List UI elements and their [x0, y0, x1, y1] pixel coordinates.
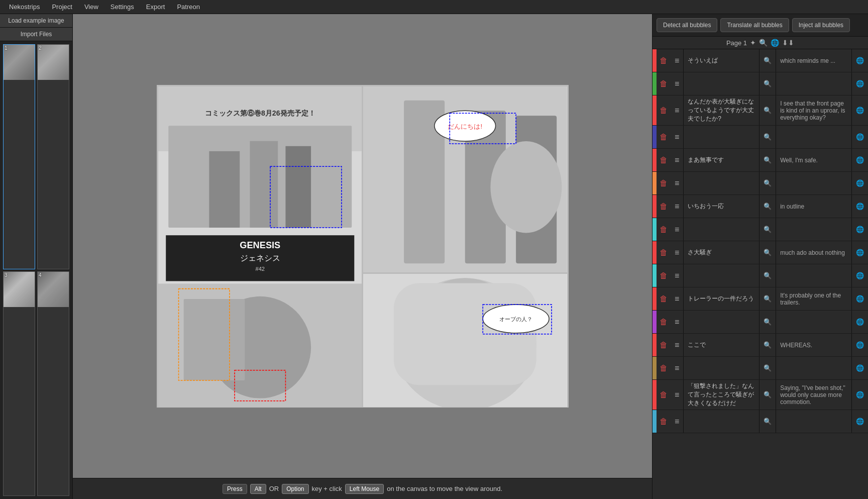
- menu-export[interactable]: Export: [141, 2, 170, 12]
- search-cell-btn[interactable]: 🔍: [759, 105, 776, 116]
- menu-project[interactable]: Project: [47, 2, 77, 12]
- source-cell: [684, 264, 759, 287]
- settings-icon-btn[interactable]: ≡: [674, 132, 680, 143]
- bubble-delete-button[interactable]: 🗑: [657, 380, 671, 410]
- bubble-delete-button[interactable]: 🗑: [657, 149, 671, 171]
- globe-cell-btn[interactable]: 🌐: [852, 389, 868, 401]
- globe-cell-btn[interactable]: 🌐: [852, 293, 868, 305]
- bubble-row: 🗑≡🔍🌐: [653, 410, 868, 433]
- settings-icon-btn[interactable]: ≡: [674, 178, 680, 189]
- thumbnail-3[interactable]: 3: [3, 271, 35, 496]
- globe-cell-btn[interactable]: 🌐: [852, 131, 868, 143]
- search-cell-btn[interactable]: 🔍: [759, 247, 776, 258]
- search-cell: 🔍: [759, 287, 776, 310]
- globe-cell-btn[interactable]: 🌐: [852, 177, 868, 189]
- bubble-delete-button[interactable]: 🗑: [657, 311, 671, 333]
- search-cell-btn[interactable]: 🔍: [759, 339, 776, 351]
- globe-cell-btn[interactable]: 🌐: [852, 339, 868, 351]
- bubble-delete-button[interactable]: 🗑: [657, 410, 671, 433]
- globe-cell-btn[interactable]: 🌐: [852, 78, 868, 89]
- thumbnail-1[interactable]: 1: [3, 44, 35, 269]
- bubble-delete-button[interactable]: 🗑: [657, 195, 671, 218]
- settings-icon-btn[interactable]: ≡: [674, 363, 680, 374]
- translation-cell: Well, I'm safe.: [776, 149, 851, 171]
- bubble-delete-button[interactable]: 🗑: [657, 172, 671, 194]
- bubble-delete-button[interactable]: 🗑: [657, 218, 671, 241]
- globe-cell-btn[interactable]: 🌐: [852, 224, 868, 235]
- search-cell-btn[interactable]: 🔍: [759, 201, 776, 212]
- bubble-color-bar: [653, 72, 657, 95]
- globe-cell-btn[interactable]: 🌐: [852, 154, 868, 166]
- bubble-delete-button[interactable]: 🗑: [657, 334, 671, 356]
- settings-icon-col: ≡: [671, 357, 684, 379]
- bubble-color-bar: [653, 149, 657, 171]
- bubble-delete-button[interactable]: 🗑: [657, 49, 671, 72]
- download-icon[interactable]: ⬇⬇: [782, 39, 794, 47]
- settings-icon-btn[interactable]: ≡: [674, 78, 680, 89]
- thumb-image-2: [38, 45, 69, 80]
- bubble-delete-button[interactable]: 🗑: [657, 287, 671, 310]
- grid-icon[interactable]: ✦: [750, 39, 756, 47]
- globe-cell-btn[interactable]: 🌐: [852, 105, 868, 116]
- settings-icon-btn[interactable]: ≡: [674, 224, 680, 235]
- detect-all-button[interactable]: Detect all bubbles: [657, 18, 717, 32]
- search-cell-btn[interactable]: 🔍: [759, 362, 776, 374]
- thumbnail-2[interactable]: 2: [37, 44, 69, 269]
- bubble-delete-button[interactable]: 🗑: [657, 72, 671, 95]
- search-page-icon[interactable]: 🔍: [759, 39, 768, 47]
- globe-cell-btn[interactable]: 🌐: [852, 316, 868, 328]
- menubar: Nekostrips Project View Settings Export …: [0, 0, 868, 14]
- translate-all-button[interactable]: Translate all bubbles: [720, 18, 789, 32]
- search-cell-btn[interactable]: 🔍: [759, 293, 776, 305]
- globe-cell-btn[interactable]: 🌐: [852, 270, 868, 281]
- search-cell-btn[interactable]: 🔍: [759, 416, 776, 427]
- inject-all-button[interactable]: Inject all bubbles: [792, 18, 850, 32]
- bubble-delete-button[interactable]: 🗑: [657, 95, 671, 125]
- settings-icon-btn[interactable]: ≡: [674, 389, 680, 401]
- settings-icon-btn[interactable]: ≡: [674, 317, 680, 328]
- globe-cell-btn[interactable]: 🌐: [852, 55, 868, 66]
- bubble-row: 🗑≡🔍🌐: [653, 311, 868, 334]
- settings-icon-btn[interactable]: ≡: [674, 293, 680, 305]
- menu-view[interactable]: View: [79, 2, 103, 12]
- source-cell: [684, 311, 759, 333]
- globe-icon[interactable]: 🌐: [771, 39, 779, 47]
- thumbnail-4[interactable]: 4: [37, 271, 69, 496]
- search-cell-btn[interactable]: 🔍: [759, 316, 776, 328]
- bubble-delete-button[interactable]: 🗑: [657, 264, 671, 287]
- globe-cell-btn[interactable]: 🌐: [852, 416, 868, 427]
- svg-text:オーブの人？: オーブの人？: [499, 316, 532, 322]
- search-cell-btn[interactable]: 🔍: [759, 224, 776, 235]
- search-cell-btn[interactable]: 🔍: [759, 154, 776, 166]
- search-cell-btn[interactable]: 🔍: [759, 389, 776, 401]
- search-cell-btn[interactable]: 🔍: [759, 78, 776, 89]
- translation-cell: It's probably one of the trailers.: [776, 287, 851, 310]
- panel-top-left: コミックス第⑥巻8月26発売予定！ GENESIS ジェネシス #42: [158, 86, 362, 407]
- bubble-delete-button[interactable]: 🗑: [657, 241, 671, 264]
- thumb-image-4: [38, 272, 69, 307]
- settings-icon-btn[interactable]: ≡: [674, 416, 680, 427]
- settings-icon-btn[interactable]: ≡: [674, 270, 680, 281]
- bubble-delete-button[interactable]: 🗑: [657, 126, 671, 148]
- import-files-button[interactable]: Import Files: [0, 28, 72, 41]
- settings-icon-btn[interactable]: ≡: [674, 340, 680, 351]
- settings-icon-col: ≡: [671, 311, 684, 333]
- search-cell-btn[interactable]: 🔍: [759, 55, 776, 66]
- globe-cell-btn[interactable]: 🌐: [852, 247, 868, 258]
- globe-cell-btn[interactable]: 🌐: [852, 201, 868, 212]
- menu-settings[interactable]: Settings: [105, 2, 139, 12]
- bubble-delete-button[interactable]: 🗑: [657, 357, 671, 379]
- globe-cell-btn[interactable]: 🌐: [852, 362, 868, 374]
- settings-icon-btn[interactable]: ≡: [674, 201, 680, 212]
- load-example-button[interactable]: Load example image: [0, 14, 72, 28]
- menu-nekostrips[interactable]: Nekostrips: [4, 2, 45, 12]
- search-cell-btn[interactable]: 🔍: [759, 131, 776, 143]
- settings-icon-btn[interactable]: ≡: [674, 55, 680, 66]
- search-cell-btn[interactable]: 🔍: [759, 177, 776, 189]
- settings-icon-btn[interactable]: ≡: [674, 155, 680, 166]
- menu-patreon[interactable]: Patreon: [172, 2, 205, 12]
- settings-icon-btn[interactable]: ≡: [674, 105, 680, 116]
- search-cell-btn[interactable]: 🔍: [759, 270, 776, 281]
- canvas-container[interactable]: コミックス第⑥巻8月26発売予定！ GENESIS ジェネシス #42: [73, 14, 652, 478]
- settings-icon-btn[interactable]: ≡: [674, 247, 680, 258]
